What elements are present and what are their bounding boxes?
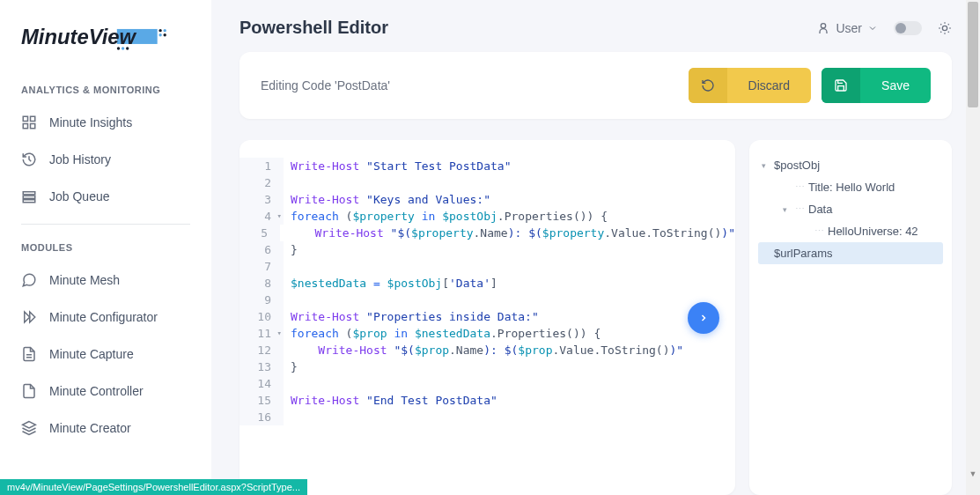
svg-point-22 [942,26,947,30]
tree-item[interactable]: ⋯Title: Hello World [758,176,943,198]
save-icon [822,68,860,103]
svg-rect-12 [31,124,35,129]
svg-rect-11 [23,124,27,129]
code-line[interactable]: 1Write-Host "Start Test PostData" [239,158,735,174]
svg-line-29 [940,31,941,32]
user-menu[interactable]: User [816,21,878,35]
undo-icon [689,68,727,103]
line-number: 7 [239,258,284,275]
tree-item[interactable]: ⋯HelloUniverse: 42 [758,220,943,242]
code-content: Write-Host "Start Test PostData" [284,158,511,174]
svg-point-3 [164,29,166,32]
code-content [284,292,291,308]
tree-item[interactable]: $urlParams [758,242,943,264]
forward-icon [21,309,37,325]
code-content [284,174,291,191]
code-content: Write-Host "$($property.Name): $($proper… [280,225,735,241]
code-line[interactable]: 15Write-Host "End Test PostData" [239,392,735,409]
sidebar-item-controller[interactable]: Minute Controller [0,373,211,410]
status-bar: mv4v/MinuteView/PageSettings/PowershellE… [0,479,307,495]
code-line[interactable]: 8$nestedData = $postObj['Data'] [239,275,735,292]
svg-rect-15 [23,200,35,203]
scroll-down-arrow[interactable]: ▼ [966,467,980,481]
file-text-icon [21,346,37,362]
button-label: Discard [727,68,811,103]
code-content: foreach ($property in $postObj.Propertie… [284,208,608,225]
svg-line-26 [948,31,949,32]
section-analytics-label: ANALYTICS & MONITORING [0,76,211,104]
button-label: Save [860,68,931,103]
vertical-scrollbar[interactable]: ▲ ▼ [966,0,980,495]
line-number: 11▾ [239,325,284,342]
svg-marker-20 [23,422,36,429]
tree-item[interactable]: ▾$postObj [758,154,943,176]
tree-connector: ⋯ [795,203,805,215]
code-content [284,409,291,425]
line-number: 9 [239,292,284,308]
code-line[interactable]: 11▾foreach ($prop in $nestedData.Propert… [239,325,735,342]
section-modules-label: MODULES [0,233,211,262]
tree-item[interactable]: ▾⋯Data [758,198,943,220]
sidebar-divider [21,224,190,225]
tree-item-label: Title: Hello World [808,181,895,194]
scroll-thumb[interactable] [968,2,978,107]
code-line[interactable]: 7 [239,258,735,275]
run-button[interactable] [688,302,719,334]
tree-item-label: Data [808,203,832,216]
sidebar-item-creator[interactable]: Minute Creator [0,410,211,447]
code-line[interactable]: 12 Write-Host "$($prop.Name): $($prop.Va… [239,342,735,358]
sidebar-item-mesh[interactable]: Minute Mesh [0,262,211,299]
code-line[interactable]: 9 [239,292,735,308]
code-line[interactable]: 3Write-Host "Keys and Values:" [239,191,735,208]
svg-line-25 [940,24,941,25]
code-editor[interactable]: 1Write-Host "Start Test PostData"23Write… [239,158,735,425]
sidebar-item-capture[interactable]: Minute Capture [0,336,211,373]
svg-text:MinuteView: MinuteView [21,25,137,48]
discard-button[interactable]: Discard [689,68,811,103]
code-line[interactable]: 16 [239,409,735,425]
code-line[interactable]: 14 [239,375,735,392]
nav-label: Minute Controller [49,384,144,398]
tree-item-label: HelloUniverse: 42 [828,225,918,238]
fold-toggle-icon[interactable]: ▾ [277,208,282,225]
line-number: 4▾ [239,208,284,225]
sidebar-item-configurator[interactable]: Minute Configurator [0,299,211,336]
line-number: 1 [239,158,284,174]
code-content [284,258,291,275]
nav-label: Minute Capture [49,347,134,361]
svg-point-21 [822,23,826,27]
line-number: 8 [239,275,284,292]
svg-point-4 [158,33,161,36]
svg-rect-14 [23,196,35,198]
tree-toggle-icon[interactable]: ▾ [762,161,770,170]
svg-point-6 [117,47,120,49]
tree-connector: ⋯ [795,181,805,193]
user-label: User [836,21,862,35]
code-line[interactable]: 6} [239,241,735,258]
save-button[interactable]: Save [822,68,931,103]
code-line[interactable]: 5 Write-Host "$($property.Name): $($prop… [239,225,735,241]
svg-point-7 [122,47,124,49]
line-number: 12 [239,342,284,358]
fold-toggle-icon[interactable]: ▾ [277,325,282,342]
code-content: } [284,358,298,375]
line-number: 14 [239,375,284,392]
sidebar: MinuteView ANALYTICS & MONITORING Minute… [0,0,211,495]
code-line[interactable]: 13} [239,358,735,375]
code-line[interactable]: 2 [239,174,735,191]
line-number: 13 [239,358,284,375]
line-number: 16 [239,409,284,425]
tree-toggle-icon[interactable]: ▾ [783,205,792,214]
svg-point-5 [164,33,166,36]
chevron-down-icon [867,23,878,33]
code-line[interactable]: 4▾foreach ($property in $postObj.Propert… [239,208,735,225]
nav-label: Minute Configurator [49,310,158,324]
theme-toggle[interactable] [894,21,922,35]
sidebar-item-insights[interactable]: Minute Insights [0,104,211,141]
toolbar-buttons: Discard Save [689,68,931,103]
code-line[interactable]: 10Write-Host "Properties inside Data:" [239,308,735,325]
sidebar-item-job-queue[interactable]: Job Queue [0,178,211,215]
line-number: 10 [239,308,284,325]
svg-point-8 [126,47,129,49]
sidebar-item-job-history[interactable]: Job History [0,141,211,178]
